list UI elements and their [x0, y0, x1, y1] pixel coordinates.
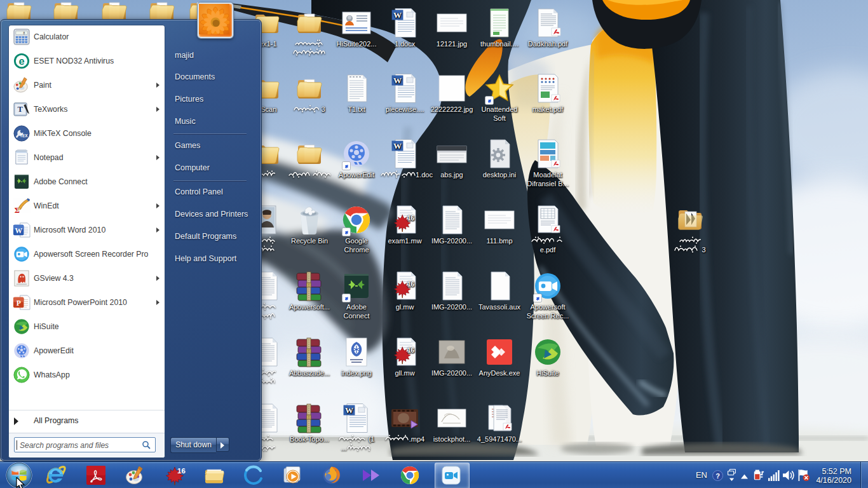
svg-text:?: ? — [715, 472, 720, 480]
